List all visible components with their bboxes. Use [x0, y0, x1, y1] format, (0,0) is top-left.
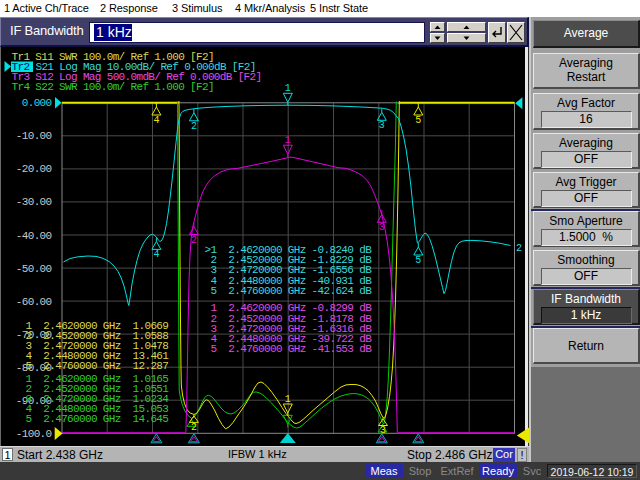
svg-text:2: 2	[516, 243, 522, 254]
svg-text:2: 2	[191, 422, 197, 433]
svg-text:-30.00: -30.00	[16, 196, 52, 208]
svg-text:2: 2	[191, 121, 197, 132]
svg-text:5 2.4760000 GHz 14.645: 5 2.4760000 GHz 14.645	[20, 413, 169, 425]
svg-text:0.000: 0.000	[22, 97, 52, 109]
svg-text:5 2.4760000 GHz 12.287: 5 2.4760000 GHz 12.287	[20, 360, 169, 372]
svg-text:3: 3	[379, 120, 385, 131]
svg-text:-60.00: -60.00	[16, 296, 52, 308]
svg-text:5: 5	[415, 115, 421, 126]
svg-text:-100.0: -100.0	[16, 428, 52, 440]
svg-text:4: 4	[153, 249, 159, 260]
svg-text:4: 4	[153, 115, 159, 126]
svg-text:5 2.4760000 GHz -41.553 dB: 5 2.4760000 GHz -41.553 dB	[205, 343, 373, 355]
svg-text:1: 1	[285, 135, 291, 146]
svg-text:Tr4 S22 SWR 100.0m/ Ref 1.000: Tr4 S22 SWR 100.0m/ Ref 1.000 [F2]	[12, 81, 214, 93]
svg-text:2: 2	[191, 235, 197, 246]
svg-text:-40.00: -40.00	[16, 230, 52, 242]
svg-text:-50.00: -50.00	[16, 263, 52, 275]
svg-text:-20.00: -20.00	[16, 163, 52, 175]
svg-text:3: 3	[379, 222, 385, 233]
svg-text:1: 1	[285, 83, 291, 94]
svg-text:5 2.4760000 GHz -42.624 dB: 5 2.4760000 GHz -42.624 dB	[205, 285, 373, 297]
svg-text:5: 5	[415, 255, 421, 266]
svg-text:1: 1	[285, 394, 291, 405]
svg-text:-10.00: -10.00	[16, 130, 52, 142]
